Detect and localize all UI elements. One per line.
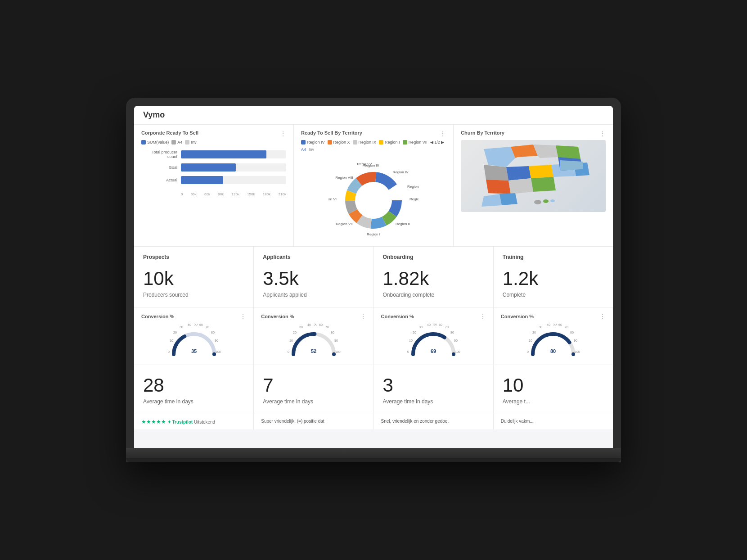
avg-label-3: Average t... <box>503 398 604 405</box>
bar-chart: Total producer count Goal Actual <box>141 148 286 190</box>
svg-text:30: 30 <box>419 325 423 329</box>
svg-text:50: 50 <box>433 324 437 326</box>
stage-value-training: 1.2k <box>503 269 604 288</box>
svg-text:30: 30 <box>539 325 542 329</box>
svg-text:60: 60 <box>558 324 562 326</box>
svg-text:Region IV: Region IV <box>392 170 409 174</box>
gauge-title-3: Conversion % <box>501 314 534 319</box>
gauge-title-2: Conversion % <box>381 314 414 319</box>
svg-text:10: 10 <box>529 339 532 342</box>
gauge-menu-2[interactable]: ⋮ <box>480 313 486 320</box>
svg-text:52: 52 <box>311 348 316 354</box>
legend-item-sum: SUM(Value) <box>141 140 169 145</box>
donut-chart-menu-icon[interactable]: ⋮ <box>440 130 446 137</box>
gauge-menu-3[interactable]: ⋮ <box>599 313 606 320</box>
avg-number-1: 7 <box>263 376 364 395</box>
svg-text:90: 90 <box>215 339 218 342</box>
donut-chart-header: Ready To Sell By Territory ⋮ <box>301 130 446 137</box>
legend-dot-inv <box>185 140 189 145</box>
trustpilot-panel-0: ★★★★★ ✦ Trustpilot Uitstekend <box>134 414 254 429</box>
svg-text:Region VII: Region VII <box>336 222 352 226</box>
legend-label-a4: A4 <box>177 140 182 145</box>
legend-dot-a4 <box>171 140 176 145</box>
svg-point-37 <box>534 200 541 204</box>
map-chart-menu-icon[interactable]: ⋮ <box>599 130 606 137</box>
svg-text:Region I: Region I <box>367 232 380 236</box>
svg-text:80: 80 <box>450 331 454 334</box>
gauge-svg-0: 0 10 20 30 40 50 60 70 80 90 100 <box>167 324 221 357</box>
svg-text:40: 40 <box>307 324 311 326</box>
legend-dot-region-x <box>328 140 332 145</box>
svg-point-20 <box>360 187 387 214</box>
avg-label-2: Average time in days <box>383 398 484 405</box>
stage-name-training: Training <box>503 254 604 260</box>
trustpilot-text-1: Super vriendelijk, (=) positie dat <box>261 419 324 424</box>
trustpilot-row: ★★★★★ ✦ Trustpilot Uitstekend Super vrie… <box>134 414 613 429</box>
legend-label-inv: Inv <box>191 140 196 145</box>
svg-marker-35 <box>482 194 502 207</box>
svg-text:20: 20 <box>293 331 297 334</box>
gauge-container-2: 0 10 20 30 40 50 60 70 80 90 100 <box>381 324 486 359</box>
bar-fill-2 <box>181 176 223 184</box>
svg-text:Region VIII: Region VIII <box>335 176 353 180</box>
gauge-panel-header-0: Conversion % ⋮ <box>141 313 246 320</box>
gauge-svg-3: 0 10 20 30 40 50 60 70 80 90 100 <box>526 324 580 357</box>
gauge-menu-0[interactable]: ⋮ <box>240 313 246 320</box>
svg-text:80: 80 <box>550 348 556 354</box>
pipeline-row: Prospects 10k Producers sourced Applican… <box>134 247 613 307</box>
bar-axis: 0 30k 60k 90k 120k 150k 180k 210k <box>181 192 286 196</box>
trustpilot-text-2: Snel, vriendelijk en zonder gedoe. <box>381 419 449 424</box>
stage-name-prospects: Prospects <box>143 254 244 260</box>
svg-text:80: 80 <box>211 331 215 334</box>
svg-text:100: 100 <box>216 350 221 353</box>
avg-panel-2: 3 Average time in days <box>374 365 494 414</box>
legend-item-a4: A4 <box>171 140 182 145</box>
legend-dot-sum <box>141 140 146 145</box>
bar-row-0: Total producer count <box>141 150 286 159</box>
avg-panel-1: 7 Average time in days <box>254 365 374 414</box>
app-header: Vymo <box>134 106 613 125</box>
legend-dot-region-i <box>379 140 383 145</box>
map-chart-title: Churn By Territory <box>461 130 504 135</box>
gauge-svg-1: 0 10 20 30 40 50 60 70 80 90 100 <box>287 324 341 357</box>
stage-label-training: Complete <box>503 292 604 298</box>
svg-marker-26 <box>506 166 531 181</box>
svg-text:70: 70 <box>206 325 209 329</box>
legend-label-sum: SUM(Value) <box>147 140 169 145</box>
stage-value-onboarding: 1.82k <box>383 269 484 288</box>
bar-row-2: Actual <box>141 176 286 184</box>
stage-name-onboarding: Onboarding <box>383 254 484 260</box>
stage-label-applicants: Applicants applied <box>263 292 364 298</box>
svg-text:50: 50 <box>194 324 198 326</box>
svg-text:Region X: Region X <box>410 197 418 201</box>
legend-item-inv: Inv <box>185 140 196 145</box>
bar-chart-legend: SUM(Value) A4 Inv <box>141 140 286 145</box>
avg-number-0: 28 <box>143 376 244 395</box>
donut-svg: Region III Region IV Region X Region II … <box>328 160 418 236</box>
avg-number-3: 10 <box>503 376 604 395</box>
gauge-menu-1[interactable]: ⋮ <box>360 313 366 320</box>
bar-label-1: Goal <box>141 165 177 170</box>
svg-text:80: 80 <box>331 331 334 334</box>
svg-text:20: 20 <box>173 331 177 334</box>
svg-text:69: 69 <box>431 348 436 354</box>
map-svg <box>461 140 606 212</box>
svg-text:90: 90 <box>334 339 338 342</box>
svg-text:100: 100 <box>455 350 460 353</box>
trustpilot-stars-0: ★★★★★ <box>141 419 166 425</box>
bar-label-2: Actual <box>141 178 177 182</box>
gauge-panel-0: Conversion % ⋮ 0 10 20 30 40 50 60 <box>134 307 254 365</box>
svg-text:0: 0 <box>527 350 529 353</box>
bar-chart-menu-icon[interactable]: ⋮ <box>280 130 286 137</box>
svg-text:35: 35 <box>191 348 197 354</box>
svg-text:40: 40 <box>547 324 550 326</box>
svg-text:60: 60 <box>319 324 323 326</box>
map-chart-panel: Churn By Territory ⋮ <box>454 125 613 246</box>
svg-marker-21 <box>484 147 515 167</box>
svg-text:Region V: Region V <box>357 162 373 166</box>
avg-number-2: 3 <box>383 376 484 395</box>
svg-text:20: 20 <box>413 331 416 334</box>
svg-text:Region IX: Region IX <box>407 185 418 189</box>
svg-point-38 <box>543 199 549 203</box>
svg-marker-27 <box>529 165 554 178</box>
